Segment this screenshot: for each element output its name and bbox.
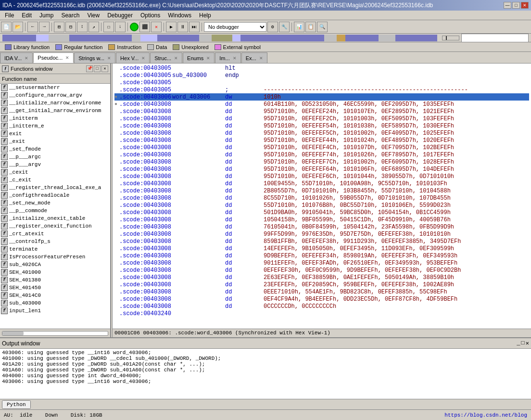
function-item-17[interactable]: f_initialize_onexit_table <box>0 215 110 222</box>
menu-edit[interactable]: Edit <box>18 11 36 20</box>
tab-4[interactable]: Struc...✕ <box>150 52 182 63</box>
code-line-29[interactable]: .scode:00403008dd2E63EFEFh, 0EF38859Bh, … <box>114 274 529 281</box>
code-line-13[interactable]: .scode:00403008dd95D71010h, 0EFEFEF7Ch, … <box>114 158 529 165</box>
functions-close-button[interactable]: ✕ <box>101 65 108 72</box>
function-item-23[interactable]: fsub_4026CA <box>0 261 110 268</box>
tab-7[interactable]: Ex...✕ <box>241 52 267 63</box>
function-item-24[interactable]: fSEH_401000 <box>0 268 110 276</box>
function-item-9[interactable]: f__p___argc <box>0 153 110 161</box>
tab-2[interactable]: Strings w...✕ <box>74 52 115 63</box>
function-item-3[interactable]: f__get_initial_narrow_environm <box>0 107 110 115</box>
toolbar-play[interactable]: ▶ <box>166 22 177 32</box>
toolbar-btn8[interactable]: ↓ <box>115 22 126 32</box>
toolbar-btn5[interactable]: ↕ <box>77 22 88 32</box>
toolbar-new[interactable]: 📄 <box>1 22 12 32</box>
function-item-28[interactable]: fsub_403000 <box>0 299 110 307</box>
function-item-0[interactable]: f__setusermatherr <box>0 84 110 91</box>
code-line-25[interactable]: .scode:00403008dd14EFEFEFh, 9B105050h, 0… <box>114 245 529 252</box>
tab-0[interactable]: IDA V...✕ <box>0 52 33 63</box>
debugger-select[interactable]: No debugger <box>204 22 266 32</box>
toolbar-extra3[interactable]: 🔍 <box>317 22 328 32</box>
tab-5[interactable]: Enums✕ <box>183 52 215 63</box>
toolbar-dbg2[interactable]: 🔧 <box>279 22 290 32</box>
toolbar-stop[interactable]: ✕ <box>151 22 162 32</box>
tab-close-5[interactable]: ✕ <box>206 56 210 61</box>
toolbar-btn3[interactable]: ⊞ <box>54 22 64 32</box>
menu-debugger[interactable]: Debugger <box>103 11 137 20</box>
minimize-button[interactable]: — <box>504 2 511 9</box>
code-line-18[interactable]: .scode:00403008dd8C55D710h, 10101026h, 5… <box>114 194 529 202</box>
output-max-button[interactable]: □ <box>521 340 525 347</box>
functions-pin-button[interactable]: 📌 <box>86 65 93 72</box>
code-line-9[interactable]: .scode:00403008dd95D71010h, 0EFEFEF5Ch, … <box>114 129 529 137</box>
function-item-27[interactable]: fSEH_4014C0 <box>0 292 110 299</box>
function-item-2[interactable]: f__initialize_narrow_environme <box>0 99 110 107</box>
function-item-25[interactable]: fSEH_401380 <box>0 276 110 284</box>
menu-options[interactable]: Options <box>137 11 164 20</box>
function-item-5[interactable]: f_initterm_e <box>0 122 110 130</box>
code-line-33[interactable]: .scode:00403008dd0CCCCCCDh, 0CCCCCCCCh <box>114 303 529 310</box>
code-line-15[interactable]: .scode:00403008dd95D71010h, 0EFEFEF6Ch, … <box>114 173 529 180</box>
function-item-15[interactable]: f_set_new_mode <box>0 199 110 207</box>
function-item-7[interactable]: f_exit <box>0 138 110 145</box>
function-item-18[interactable]: f__register_onexit_function <box>0 222 110 230</box>
code-line-4[interactable]: ●.scode:00403006word_403006dw1010h <box>114 93 529 101</box>
code-line-11[interactable]: .scode:00403008dd95D71010h, 0EFEFEF4Ch, … <box>114 144 529 151</box>
function-item-20[interactable]: f__controlfp_s <box>0 238 110 245</box>
code-line-16[interactable]: .scode:00403008dd100E9455h, 55D71010h, 1… <box>114 180 529 187</box>
code-line-14[interactable]: .scode:00403008dd95D71010h, 0EFEFEF64h, … <box>114 165 529 173</box>
code-view[interactable]: .scode:00403005hlt .scode:00403005sub_40… <box>113 64 531 329</box>
toolbar-btn10[interactable]: ⬛ <box>139 22 150 32</box>
function-item-8[interactable]: f_set_fmode <box>0 145 110 153</box>
function-item-13[interactable]: f__register_thread_local_exe_a <box>0 184 110 191</box>
toolbar-extra2[interactable]: 📋 <box>305 22 316 32</box>
tab-close-6[interactable]: ✕ <box>233 56 237 61</box>
functions-float-button[interactable]: □ <box>94 65 101 72</box>
function-item-1[interactable]: f__configure_narrow_argv <box>0 91 110 99</box>
code-line-21[interactable]: .scode:00403008dd10504158h, 9BF05599h, 5… <box>114 216 529 223</box>
code-line-34[interactable]: .scode:00403240 <box>114 310 529 317</box>
output-min-button[interactable]: _ <box>517 340 520 347</box>
code-line-17[interactable]: .scode:00403008dd2B8055D7h, 0D7101010h, … <box>114 187 529 194</box>
tab-1[interactable]: Pseudoc...✕ <box>33 52 74 63</box>
toolbar-back[interactable]: ← <box>27 22 38 32</box>
code-line-1[interactable]: .scode:00403005sub_403000endp <box>114 72 529 79</box>
toolbar-forward[interactable]: → <box>39 22 50 32</box>
toolbar-dbg1[interactable]: ⚙ <box>267 22 278 32</box>
code-line-20[interactable]: .scode:00403008dd501D9BA0h, 99105041h, 5… <box>114 209 529 216</box>
toolbar-btn6[interactable]: ↗ <box>88 22 99 32</box>
code-line-12[interactable]: .scode:00403008dd95D71010h, 0EFEFEF74h, … <box>114 151 529 158</box>
function-item-22[interactable]: fIsProcessorFeaturePresen <box>0 253 110 261</box>
function-item-4[interactable]: f_initterm <box>0 115 110 122</box>
function-item-6[interactable]: fexit <box>0 130 110 138</box>
function-item-21[interactable]: fterminate <box>0 245 110 253</box>
code-line-30[interactable]: .scode:00403008dd23EFEFEFh, 0EF20859Ch, … <box>114 281 529 288</box>
menu-file[interactable]: File <box>1 11 18 20</box>
toolbar-btn9[interactable] <box>130 23 139 31</box>
function-item-10[interactable]: f__p___argv <box>0 161 110 168</box>
menu-windows[interactable]: Windows <box>164 11 195 20</box>
tab-close-0[interactable]: ✕ <box>25 56 28 61</box>
output-close-button[interactable]: ✕ <box>526 340 529 347</box>
function-item-19[interactable]: f_crt_atexit <box>0 230 110 238</box>
code-line-27[interactable]: .scode:00403008dd9011EFEFh, 0EFEF3FADh, … <box>114 259 529 267</box>
function-item-12[interactable]: f_c_exit <box>0 176 110 184</box>
code-line-22[interactable]: .scode:00403008dd76105041h, 0B0F84599h, … <box>114 223 529 230</box>
python-button[interactable]: Python <box>2 400 31 409</box>
code-line-2[interactable]: .scode:00403005 <box>114 79 529 86</box>
code-line-23[interactable]: .scode:00403008dd99FF5D99h, 9976E35Dh, 9… <box>114 230 529 238</box>
toolbar-btn7[interactable]: ☐ <box>103 22 114 32</box>
code-line-0[interactable]: .scode:00403005hlt <box>114 64 529 72</box>
code-line-10[interactable]: .scode:00403008dd95D71010h, 0EFEFEF44h, … <box>114 137 529 144</box>
maximize-button[interactable]: □ <box>512 2 520 9</box>
menu-help[interactable]: Help <box>195 11 215 20</box>
tab-close-2[interactable]: ✕ <box>107 56 111 61</box>
tab-3[interactable]: Hex V...✕ <box>116 52 150 63</box>
code-line-24[interactable]: .scode:00403008dd859B1FFBh, 0EFEFEF38h, … <box>114 238 529 245</box>
code-line-6[interactable]: .scode:00403008dd95D71010h, 0EFEFEF24h, … <box>114 108 529 115</box>
tab-6[interactable]: Im...✕ <box>215 52 240 63</box>
toolbar-open[interactable]: 📂 <box>13 22 23 32</box>
menu-jump[interactable]: Jump <box>36 11 57 20</box>
tab-close-4[interactable]: ✕ <box>174 56 178 61</box>
code-line-32[interactable]: .scode:00403008dd0EF4CF9A4h, 9B4EEFEFh, … <box>114 295 529 303</box>
